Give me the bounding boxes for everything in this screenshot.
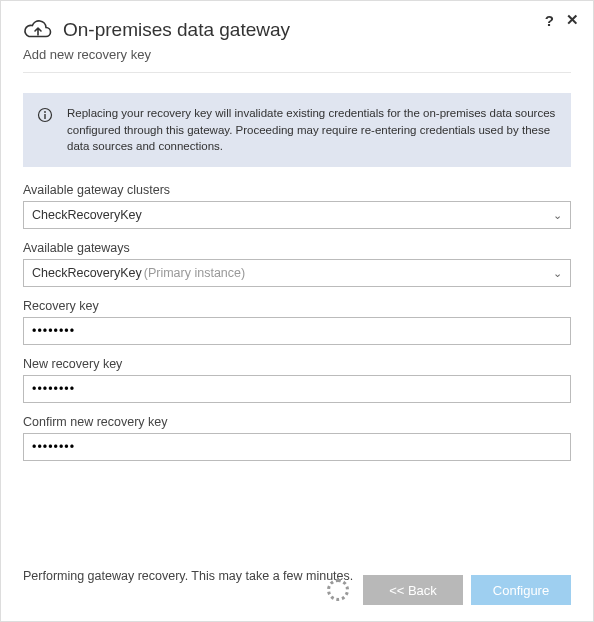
divider <box>23 72 571 73</box>
svg-rect-2 <box>44 114 45 119</box>
cloud-gateway-icon <box>23 19 53 41</box>
gateways-value: CheckRecoveryKey <box>32 266 142 280</box>
chevron-down-icon: ⌄ <box>553 209 562 222</box>
clusters-label: Available gateway clusters <box>23 183 571 197</box>
new-recovery-key-input[interactable] <box>32 382 562 396</box>
gateways-select[interactable]: CheckRecoveryKey (Primary instance) ⌄ <box>23 259 571 287</box>
clusters-value: CheckRecoveryKey <box>32 208 142 222</box>
page-subtitle: Add new recovery key <box>23 47 571 62</box>
page-title: On-premises data gateway <box>63 19 290 41</box>
clusters-select[interactable]: CheckRecoveryKey ⌄ <box>23 201 571 229</box>
back-button[interactable]: << Back <box>363 575 463 605</box>
configure-button[interactable]: Configure <box>471 575 571 605</box>
svg-point-1 <box>44 111 46 113</box>
info-banner: Replacing your recovery key will invalid… <box>23 93 571 167</box>
chevron-down-icon: ⌄ <box>553 267 562 280</box>
confirm-recovery-key-input[interactable] <box>32 440 562 454</box>
close-icon[interactable]: ✕ <box>566 11 579 29</box>
header: On-premises data gateway <box>23 19 571 41</box>
help-icon[interactable]: ? <box>545 12 554 29</box>
loading-spinner-icon <box>327 579 349 601</box>
confirm-recovery-key-label: Confirm new recovery key <box>23 415 571 429</box>
info-icon <box>37 107 53 123</box>
info-banner-text: Replacing your recovery key will invalid… <box>67 105 557 155</box>
recovery-key-input[interactable] <box>32 324 562 338</box>
gateways-suffix: (Primary instance) <box>144 266 245 280</box>
new-recovery-key-label: New recovery key <box>23 357 571 371</box>
gateways-label: Available gateways <box>23 241 571 255</box>
recovery-key-label: Recovery key <box>23 299 571 313</box>
